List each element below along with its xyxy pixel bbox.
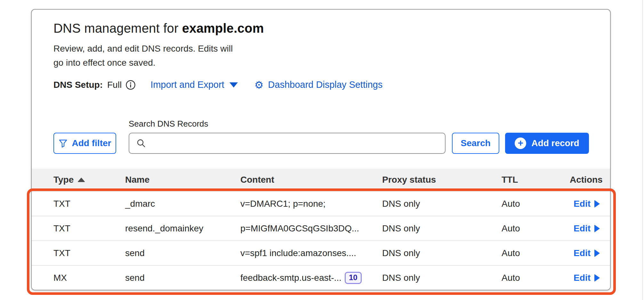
add-record-label: Add record xyxy=(531,138,579,148)
cell-ttl: Auto xyxy=(502,273,570,283)
dns-setup-row: DNS Setup: Full Import and Export Dashbo… xyxy=(53,79,610,90)
cell-name: _dmarc xyxy=(125,199,240,209)
search-dns-records-label: Search DNS Records xyxy=(129,119,610,129)
cell-content: v=DMARC1; p=none; xyxy=(240,199,382,209)
table-header-row: Type Name Content Proxy status TTL Actio… xyxy=(32,169,610,191)
cell-name: send xyxy=(125,273,240,283)
table-row: TXT _dmarc v=DMARC1; p=none; DNS only Au… xyxy=(32,191,610,216)
cell-type: TXT xyxy=(53,248,125,258)
search-icon xyxy=(136,138,146,148)
toolbar: Add filter Search + Add record xyxy=(53,133,610,154)
search-input[interactable] xyxy=(150,133,445,153)
chevron-right-icon xyxy=(594,249,600,257)
column-header-ttl[interactable]: TTL xyxy=(502,175,570,185)
column-header-content[interactable]: Content xyxy=(240,175,382,185)
dns-setup-value: Full xyxy=(107,80,122,90)
chevron-right-icon xyxy=(594,274,600,282)
cell-ttl: Auto xyxy=(502,248,570,258)
column-header-actions: Actions xyxy=(570,175,603,185)
column-header-name[interactable]: Name xyxy=(125,175,240,185)
edit-record-button[interactable]: Edit xyxy=(574,223,600,234)
cell-proxy-status: DNS only xyxy=(382,199,502,209)
page-title-prefix: DNS management for xyxy=(53,21,182,35)
cell-type: MX xyxy=(53,273,125,283)
edit-record-button[interactable]: Edit xyxy=(574,273,600,283)
import-export-label: Import and Export xyxy=(150,79,224,90)
chevron-right-icon xyxy=(594,200,600,208)
cell-content: p=MIGfMA0GCSqGSIb3DQ... xyxy=(240,223,382,234)
domain-name: example.com xyxy=(182,21,264,35)
cell-type: TXT xyxy=(53,199,125,209)
column-header-proxy-status[interactable]: Proxy status xyxy=(382,175,502,185)
table-row: MX send feedback-smtp.us-east-... 10 DNS… xyxy=(32,265,610,290)
dns-setup-label: DNS Setup: xyxy=(53,80,103,90)
table-row: TXT send v=spf1 include:amazonses.... DN… xyxy=(32,240,610,265)
cell-name: send xyxy=(125,248,240,258)
add-filter-button[interactable]: Add filter xyxy=(53,133,116,154)
cell-name: resend._domainkey xyxy=(125,223,240,234)
filter-funnel-icon xyxy=(59,139,68,148)
add-filter-label: Add filter xyxy=(72,138,111,148)
dns-records-table: Type Name Content Proxy status TTL Actio… xyxy=(32,169,610,290)
cell-proxy-status: DNS only xyxy=(382,248,502,258)
cell-content: v=spf1 include:amazonses.... xyxy=(240,248,382,258)
edit-record-button[interactable]: Edit xyxy=(574,248,600,258)
page-description-line-2: go into effect once saved. xyxy=(53,56,271,70)
cell-ttl: Auto xyxy=(502,199,570,209)
cell-ttl: Auto xyxy=(502,223,570,234)
page-title: DNS management for example.com xyxy=(53,21,610,36)
gear-icon xyxy=(254,80,264,90)
cell-content: feedback-smtp.us-east-... 10 xyxy=(240,272,382,284)
sort-ascending-icon xyxy=(77,178,85,182)
chevron-down-icon xyxy=(229,82,238,88)
mx-priority-badge: 10 xyxy=(345,272,362,284)
edit-record-button[interactable]: Edit xyxy=(574,199,600,209)
cell-proxy-status: DNS only xyxy=(382,273,502,283)
plus-circle-icon: + xyxy=(515,138,526,149)
search-button[interactable]: Search xyxy=(452,133,499,154)
add-record-button[interactable]: + Add record xyxy=(505,133,589,154)
table-row: TXT resend._domainkey p=MIGfMA0GCSqGSIb3… xyxy=(32,216,610,240)
page-description-line-1: Review, add, and edit DNS records. Edits… xyxy=(53,42,271,56)
dashboard-display-settings-label: Dashboard Display Settings xyxy=(268,79,382,90)
column-header-type[interactable]: Type xyxy=(53,175,125,185)
page: DNS management for example.com Review, a… xyxy=(0,0,644,300)
cell-type: TXT xyxy=(53,223,125,234)
info-icon[interactable] xyxy=(125,80,136,90)
chevron-right-icon xyxy=(594,225,600,232)
dns-management-card: DNS management for example.com Review, a… xyxy=(31,9,611,290)
cell-proxy-status: DNS only xyxy=(382,223,502,234)
search-box xyxy=(129,133,446,154)
search-button-label: Search xyxy=(461,138,490,148)
page-description: Review, add, and edit DNS records. Edits… xyxy=(53,42,271,70)
import-export-link[interactable]: Import and Export xyxy=(150,79,238,90)
dashboard-display-settings-link[interactable]: Dashboard Display Settings xyxy=(254,79,383,90)
page-right-divider xyxy=(642,0,643,300)
